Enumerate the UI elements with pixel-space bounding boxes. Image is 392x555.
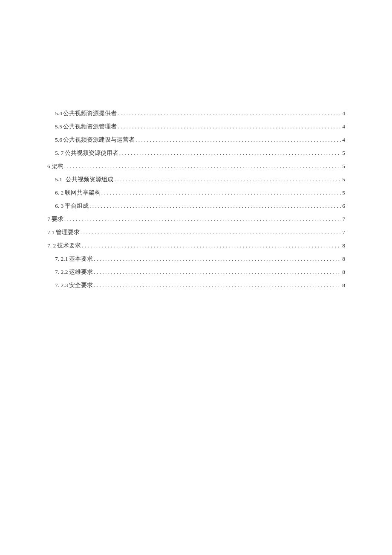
table-of-contents: 5.4公共视频资源提供者45.5公共视频资源管理者45.6公共视频资源建设与运营… [47, 107, 345, 292]
toc-entry: 5.6公共视频资源建设与运营者4 [47, 133, 345, 146]
toc-entry-page: 8 [342, 256, 345, 262]
toc-leader-dots [81, 229, 342, 236]
toc-entry-title: 联网共享架构 [65, 189, 101, 197]
toc-entry-title: 架构 [52, 163, 63, 170]
toc-entry-title: 公共视频资源建设与运营者 [63, 136, 135, 144]
toc-entry: 5.5公共视频资源管理者4 [47, 120, 345, 133]
toc-entry: 5.4公共视频资源提供者4 [47, 107, 345, 120]
toc-entry-page: 5 [342, 189, 345, 196]
toc-entry-number: 5.1 [55, 176, 62, 183]
toc-entry-title: 要求 [52, 215, 63, 223]
toc-entry-number: 7. 2.1 [55, 256, 68, 262]
toc-leader-dots [94, 256, 341, 262]
toc-entry: 6. 3平台组成6 [47, 199, 345, 212]
toc-entry-number: 5.4 [55, 110, 62, 117]
toc-entry: 7. 2.2运维要求8 [47, 265, 345, 279]
toc-entry-page: 4 [342, 110, 345, 117]
toc-leader-dots [135, 137, 341, 143]
toc-entry-title: 公共视频资源使用者 [65, 149, 118, 157]
toc-entry-number: 5.6 [55, 137, 62, 143]
toc-entry-number: 7.1 [47, 229, 55, 236]
toc-entry-number: 6. 3 [55, 203, 63, 209]
toc-leader-dots [101, 189, 341, 196]
toc-entry-page: 8 [342, 242, 345, 249]
toc-entry-number: 6. 2 [55, 189, 63, 196]
toc-entry-number: 7. 2 [47, 242, 56, 249]
toc-entry-page: 5 [342, 176, 345, 183]
toc-entry-page: 4 [342, 123, 345, 130]
toc-entry-page: 5 [342, 150, 345, 157]
toc-entry-title: 公共视频资源提供者 [63, 110, 117, 117]
toc-entry-title: 管理要求 [56, 229, 80, 236]
toc-leader-dots [118, 110, 341, 117]
toc-entry-page: 8 [342, 282, 345, 289]
toc-leader-dots [89, 203, 341, 209]
toc-leader-dots [114, 176, 341, 183]
toc-leader-dots [119, 150, 342, 157]
toc-entry: 7. 2技术要求8 [47, 239, 345, 252]
toc-leader-dots [82, 242, 341, 249]
toc-entry-page: 7 [342, 229, 345, 236]
toc-entry-title: 基本要求 [69, 255, 93, 263]
toc-entry-number: 7 [47, 216, 50, 223]
toc-entry-number: 5. 7 [55, 150, 63, 157]
toc-entry-title: 公共视频资源管理者 [63, 123, 117, 131]
toc-entry-number: 7. 2.2 [55, 269, 68, 276]
toc-entry-page: 7 [342, 216, 345, 223]
toc-entry-page: 6 [342, 203, 345, 209]
toc-leader-dots [64, 216, 342, 223]
toc-entry-title: 安全要求 [69, 282, 93, 289]
toc-entry-page: 8 [342, 269, 345, 276]
toc-entry-title: 运维要求 [69, 268, 93, 276]
toc-entry-title: 公共视频资源组成 [66, 176, 113, 183]
toc-entry: 7. 2.3安全要求8 [47, 279, 345, 292]
document-page: { "toc": [ { "indent": 1, "num": "5.4", … [0, 0, 392, 555]
toc-leader-dots [64, 163, 342, 170]
toc-entry-number: 5.5 [55, 123, 62, 130]
toc-entry-number: 7. 2.3 [55, 282, 68, 289]
toc-leader-dots [94, 282, 341, 289]
toc-entry: 5. 7公共视频资源使用者5 [47, 146, 345, 160]
toc-entry-page: 5 [342, 163, 345, 170]
toc-entry: 5.1公共视频资源组成5 [47, 173, 345, 186]
toc-entry: 6架构5 [47, 160, 345, 173]
toc-entry-title: 技术要求 [57, 242, 81, 250]
toc-entry-page: 4 [342, 137, 345, 143]
toc-entry-number: 6 [47, 163, 50, 170]
toc-leader-dots [118, 123, 341, 130]
toc-entry-title: 平台组成 [65, 202, 89, 210]
toc-leader-dots [94, 269, 341, 276]
toc-entry: 7要求7 [47, 212, 345, 226]
toc-entry: 6. 2联网共享架构5 [47, 186, 345, 199]
toc-entry: 7. 2.1基本要求8 [47, 252, 345, 265]
toc-entry: 7.1管理要求7 [47, 226, 345, 239]
